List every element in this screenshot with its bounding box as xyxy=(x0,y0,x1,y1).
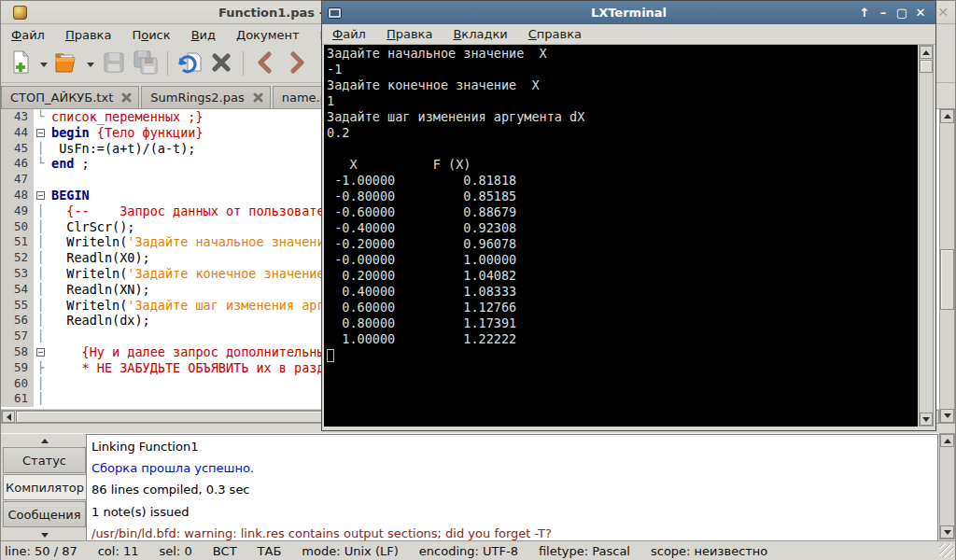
fold-margin[interactable] xyxy=(34,125,48,141)
geany-app-icon xyxy=(13,6,27,20)
line-number[interactable]: 55 xyxy=(1,298,34,314)
statusbar-item: ВСТ xyxy=(213,544,237,558)
code-text: Writeln('Задайте шаг изменения арг xyxy=(48,298,325,314)
terminal-shade-button[interactable]: ↑ xyxy=(855,4,874,22)
code-text: {-- Запрос данных от пользовател xyxy=(48,203,332,219)
save-button[interactable] xyxy=(98,48,130,79)
line-number[interactable]: 60 xyxy=(1,376,34,392)
nav-back-button[interactable] xyxy=(249,48,281,79)
line-number[interactable]: 52 xyxy=(1,250,34,266)
terminal-cursor xyxy=(327,349,334,362)
compiler-message[interactable]: 1 note(s) issued xyxy=(91,501,937,523)
fold-margin: │ xyxy=(34,329,48,344)
dropdown-icon xyxy=(39,57,49,71)
vscroll-down-arrow[interactable] xyxy=(940,409,954,423)
editor-menu-0[interactable]: Файл xyxy=(1,26,55,44)
code-vscrollbar[interactable] xyxy=(939,108,955,424)
fold-margin[interactable] xyxy=(34,344,48,360)
panel-tabs-scroll-down[interactable] xyxy=(3,528,86,541)
resize-grip[interactable] xyxy=(939,543,953,557)
terminal-scrollbar[interactable] xyxy=(919,45,934,427)
compiler-message[interactable]: Linking Function1 xyxy=(91,436,937,457)
terminal-close-button[interactable]: ✕ xyxy=(911,4,930,22)
editor-menu-1[interactable]: Правка xyxy=(55,26,121,44)
line-number[interactable]: 49 xyxy=(1,203,34,219)
line-number[interactable]: 56 xyxy=(1,313,34,329)
panel-tab-1[interactable]: Компилятор xyxy=(3,474,86,500)
msg-scroll-down-arrow[interactable] xyxy=(940,525,954,539)
editor-menu-4[interactable]: Документ xyxy=(226,26,310,44)
code-text: Writeln('Задайте начальное значени xyxy=(48,234,325,250)
document-tab-1[interactable]: SumRings2.pas xyxy=(141,86,270,108)
terminal-menu-3[interactable]: Справка xyxy=(518,25,592,43)
fold-margin: │ xyxy=(34,376,48,392)
panel-tab-0[interactable]: Статус xyxy=(3,447,86,473)
new-file-button[interactable] xyxy=(5,48,36,79)
terminal-scroll-thumb[interactable] xyxy=(920,60,933,73)
vscroll-up-arrow[interactable] xyxy=(940,109,954,123)
line-number[interactable]: 44 xyxy=(1,125,34,141)
terminal-line: -0.40000 0.92308 xyxy=(327,220,918,236)
line-number[interactable]: 45 xyxy=(1,141,34,157)
panel-tabs-scroll-up[interactable] xyxy=(3,434,86,447)
terminal-line: -1.00000 0.81818 xyxy=(327,173,918,189)
vscroll-thumb[interactable] xyxy=(940,249,954,310)
terminal-scroll-down-arrow[interactable] xyxy=(920,413,933,426)
fold-margin[interactable] xyxy=(34,188,48,203)
terminal-scroll-up-arrow[interactable] xyxy=(920,46,933,59)
terminal-minimize-button[interactable]: – xyxy=(874,4,893,22)
terminal-line: 0.2 xyxy=(327,125,918,141)
fold-margin: └ xyxy=(34,156,48,172)
line-number[interactable]: 53 xyxy=(1,266,34,282)
fold-margin: │ xyxy=(34,282,48,298)
open-file-dropdown[interactable] xyxy=(83,48,98,79)
line-number[interactable]: 48 xyxy=(1,188,34,203)
compiler-message[interactable]: 86 lines compiled, 0.3 sec xyxy=(91,479,937,500)
code-text: begin {Тело функции} xyxy=(48,125,204,141)
message-panel-tabs: СтатусКомпиляторСообщения xyxy=(3,434,86,541)
line-number[interactable]: 61 xyxy=(1,391,34,407)
terminal-menubar: ФайлПравкаВкладкиСправка xyxy=(322,24,935,45)
line-number[interactable]: 47 xyxy=(1,172,34,188)
line-number[interactable]: 59 xyxy=(1,360,34,376)
new-file-dropdown[interactable] xyxy=(36,48,51,79)
terminal-menu-1[interactable]: Правка xyxy=(376,25,443,43)
line-number[interactable]: 54 xyxy=(1,282,34,298)
compiler-message[interactable]: /usr/bin/ld.bfd: warning: link.res conta… xyxy=(91,523,937,541)
tab-close-icon[interactable] xyxy=(253,92,263,103)
statusbar-item: filetype: Pascal xyxy=(539,544,630,558)
open-file-button[interactable] xyxy=(51,48,83,79)
editor-close-icon[interactable]: ✕ xyxy=(935,4,951,21)
line-number[interactable]: 57 xyxy=(1,329,34,344)
line-number[interactable]: 51 xyxy=(1,234,34,250)
save-all-button[interactable] xyxy=(130,48,162,79)
tab-close-icon[interactable] xyxy=(121,92,132,103)
line-number[interactable]: 58 xyxy=(1,344,34,360)
line-number[interactable]: 46 xyxy=(1,156,34,172)
fold-margin: │ xyxy=(34,250,48,266)
line-number[interactable]: 43 xyxy=(1,109,34,125)
lxterminal-window: LXTerminal ↑–▢✕ ФайлПравкаВкладкиСправка… xyxy=(321,0,936,431)
terminal-line: 0.80000 1.17391 xyxy=(327,315,918,331)
terminal-titlebar[interactable]: LXTerminal ↑–▢✕ xyxy=(322,1,935,24)
nav-forward-button[interactable] xyxy=(281,48,313,79)
panel-tab-2[interactable]: Сообщения xyxy=(3,501,86,527)
terminal-menu-2[interactable]: Вкладки xyxy=(443,25,517,43)
hscroll-left-arrow[interactable] xyxy=(2,411,15,423)
editor-menu-2[interactable]: Поиск xyxy=(121,26,180,44)
terminal-line: -0.00000 1.00000 xyxy=(327,252,918,268)
message-vscrollbar[interactable] xyxy=(939,433,955,539)
msg-scroll-up-arrow[interactable] xyxy=(940,434,954,447)
statusbar-item: sel: 0 xyxy=(159,544,191,558)
line-number[interactable]: 50 xyxy=(1,219,34,235)
editor-menu-3[interactable]: Вид xyxy=(181,26,226,44)
terminal-window-buttons: ↑–▢✕ xyxy=(855,1,930,24)
terminal-menu-0[interactable]: Файл xyxy=(322,25,376,43)
revert-button[interactable] xyxy=(174,48,205,79)
terminal-maximize-button[interactable]: ▢ xyxy=(893,4,911,22)
compiler-message[interactable]: Сборка прошла успешно. xyxy=(91,457,937,479)
document-tab-0[interactable]: СТОП_АЙКУБ.txt xyxy=(1,86,139,108)
tab-label: СТОП_АЙКУБ.txt xyxy=(10,91,113,105)
terminal-screen[interactable]: Задайте начальное значение X-1Задайте ко… xyxy=(324,45,918,427)
close-doc-button[interactable] xyxy=(205,48,237,79)
